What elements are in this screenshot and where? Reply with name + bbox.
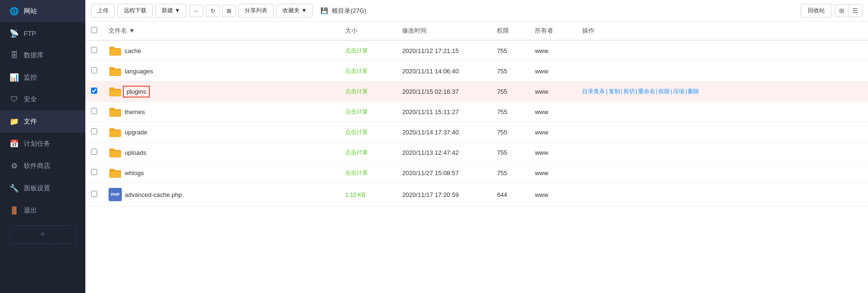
remote-download-button[interactable]: 远程下载: [118, 4, 153, 18]
favorites-button[interactable]: 收藏夹 ▼: [276, 4, 313, 18]
tasks-icon: 📅: [9, 139, 19, 148]
sidebar-item-database[interactable]: 🗄 数据库: [0, 44, 85, 66]
ftp-icon: 📡: [9, 29, 19, 38]
row-checkbox-cell: [85, 122, 103, 142]
row-actions-cell: [576, 122, 868, 142]
database-icon: 🗄: [9, 51, 19, 60]
header-size: 大小: [339, 22, 396, 40]
row-checkbox[interactable]: [91, 169, 97, 175]
sidebar-item-label: 面板设置: [24, 184, 50, 193]
sidebar-item-monitor[interactable]: 📊 监控: [0, 66, 85, 89]
sidebar-item-label: 文件: [24, 117, 37, 126]
row-actions-cell: [576, 142, 868, 163]
row-mtime-cell: 2020/11/14 17:37:40: [396, 122, 491, 142]
sidebar-item-ftp[interactable]: 📡 FTP: [0, 22, 85, 44]
row-checkbox[interactable]: [91, 88, 97, 94]
file-name[interactable]: plugins: [125, 88, 148, 96]
row-checkbox[interactable]: [91, 149, 97, 155]
file-table-wrap: 文件名 ▼ 大小 修改时间 权限 所有者 操作 cache: [85, 22, 868, 293]
folder-icon: [109, 127, 122, 137]
recycle-button[interactable]: 回收站: [801, 4, 832, 18]
sidebar-item-security[interactable]: 🛡 安全: [0, 89, 85, 110]
row-mtime-cell: 2020/11/17 17:20:59: [396, 183, 491, 206]
row-checkbox-cell: [85, 183, 103, 206]
share-list-button[interactable]: 分享列表: [238, 4, 274, 18]
view-list-button[interactable]: ☰: [849, 5, 862, 17]
sidebar-add-button[interactable]: +: [9, 225, 76, 244]
size-calc-link[interactable]: 点击计算: [345, 88, 368, 95]
row-mtime-cell: 2020/11/12 17:21:15: [396, 40, 491, 61]
row-checkbox-cell: [85, 142, 103, 163]
row-checkbox-cell: [85, 40, 103, 61]
file-name[interactable]: upgrade: [125, 129, 147, 136]
action-权限[interactable]: 权限: [658, 88, 670, 95]
row-name-cell: themes: [103, 102, 339, 122]
file-table: 文件名 ▼ 大小 修改时间 权限 所有者 操作 cache: [85, 22, 868, 206]
security-icon: 🛡: [9, 95, 19, 104]
sidebar-item-files[interactable]: 📁 文件: [0, 110, 85, 133]
header-name[interactable]: 文件名 ▼: [103, 22, 339, 40]
logout-icon: 🚪: [9, 206, 19, 215]
table-row: PHP advanced-cache.php 1.10 KB 2020/11/1…: [85, 183, 868, 206]
row-checkbox[interactable]: [91, 128, 97, 134]
refresh-button[interactable]: ↻: [206, 5, 219, 17]
action-剪切[interactable]: 剪切: [623, 88, 635, 95]
toolbar: 上传 远程下载 新建 ▼ ← ↻ ⊞ 分享列表 收藏夹 ▼ 💾 根目录(27G)…: [85, 0, 868, 22]
size-calc-link[interactable]: 点击计算: [345, 169, 368, 176]
sidebar: 🌐 网站 📡 FTP 🗄 数据库 📊 监控 🛡 安全 📁 文件 📅 计划任务 ⚙…: [0, 0, 85, 293]
action-目录查杀[interactable]: 目录查杀: [582, 88, 605, 95]
row-checkbox[interactable]: [91, 108, 97, 114]
sidebar-item-settings[interactable]: 🔧 面板设置: [0, 177, 85, 199]
header-mtime: 修改时间: [396, 22, 491, 40]
table-row: uploads 点击计算 2020/11/13 12:47:42 755 www: [85, 142, 868, 163]
file-name[interactable]: themes: [125, 108, 145, 115]
action-压缩[interactable]: 压缩: [673, 88, 685, 95]
sidebar-item-tasks[interactable]: 📅 计划任务: [0, 133, 85, 155]
row-checkbox[interactable]: [91, 67, 97, 73]
upload-button[interactable]: 上传: [91, 4, 115, 18]
action-重命名[interactable]: 重命名: [638, 88, 655, 95]
breadcrumb-path[interactable]: 根目录(27G): [332, 7, 366, 15]
row-owner-cell: www: [529, 102, 576, 122]
file-name[interactable]: cache: [125, 47, 141, 54]
new-button[interactable]: 新建 ▼: [155, 4, 186, 18]
sidebar-item-label: 计划任务: [24, 140, 50, 148]
file-name[interactable]: uploads: [125, 149, 146, 156]
sidebar-item-logout[interactable]: 🚪 退出: [0, 199, 85, 222]
sidebar-item-website[interactable]: 🌐 网站: [0, 0, 85, 22]
settings-icon: 🔧: [9, 184, 19, 193]
row-owner-cell: www: [529, 81, 576, 102]
back-button[interactable]: ←: [189, 5, 203, 17]
file-name[interactable]: whlogs: [125, 169, 144, 177]
size-calc-link[interactable]: 点击计算: [345, 47, 368, 54]
folder-icon: [109, 66, 122, 76]
action-复制[interactable]: 复制: [609, 88, 620, 95]
size-calc-link[interactable]: 点击计算: [345, 129, 368, 135]
action-删除[interactable]: 删除: [688, 88, 699, 95]
row-checkbox[interactable]: [91, 191, 97, 197]
sidebar-item-label: 网站: [24, 7, 37, 16]
disk-icon: 💾: [320, 7, 328, 14]
sidebar-item-label: 监控: [24, 73, 37, 82]
sidebar-item-label: 安全: [24, 95, 37, 104]
folder-icon: [109, 86, 122, 97]
monitor-icon: 📊: [9, 73, 19, 82]
row-checkbox-cell: [85, 102, 103, 122]
row-owner-cell: www: [529, 142, 576, 163]
view-grid-button[interactable]: ⊞: [835, 5, 849, 17]
size-calc-link[interactable]: 点击计算: [345, 149, 368, 156]
select-all-checkbox[interactable]: [91, 27, 97, 33]
row-name-cell: PHP advanced-cache.php: [103, 183, 339, 206]
file-name[interactable]: advanced-cache.php: [125, 191, 182, 198]
size-calc-link[interactable]: 点击计算: [345, 108, 368, 115]
website-icon: 🌐: [9, 7, 19, 16]
sidebar-item-appstore[interactable]: ⚙ 软件商店: [0, 155, 85, 177]
row-size-cell: 点击计算: [339, 102, 396, 122]
size-calc-link[interactable]: 1.10 KB: [345, 192, 365, 198]
action-sep: |: [621, 88, 622, 95]
size-calc-link[interactable]: 点击计算: [345, 68, 368, 74]
row-size-cell: 点击计算: [339, 122, 396, 142]
row-checkbox[interactable]: [91, 47, 97, 53]
compress-button[interactable]: ⊞: [222, 5, 236, 17]
file-name[interactable]: languages: [125, 68, 153, 75]
